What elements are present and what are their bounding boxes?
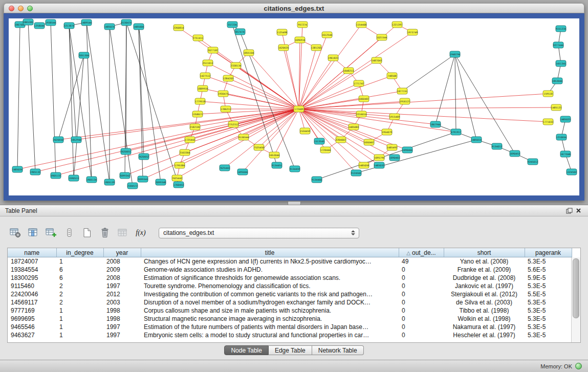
graph-edge[interactable] [58,109,299,140]
table-cell: 1 [56,331,103,339]
function-builder-icon[interactable]: f(x) [134,226,148,239]
column-settings-icon[interactable] [8,226,23,239]
tab-node-table[interactable]: Node Table [224,345,269,355]
vertical-scrollbar[interactable] [571,257,580,342]
column-header-year[interactable]: year [103,248,141,257]
graph-node-label: 9134459 [290,168,300,170]
graph-edge[interactable] [17,25,20,169]
network-window-titlebar[interactable]: citations_edges.txt [4,3,584,13]
graph-node-label: 1648213 [343,70,354,72]
table-row[interactable]: 2242004622012Investigating the contribut… [8,290,572,298]
graph-node-label: 159518 [543,93,553,95]
graph-edge[interactable] [299,109,356,173]
network-table-select[interactable]: citations_edges.txt [159,228,359,238]
graph-edge[interactable] [86,23,110,182]
graph-edge[interactable] [299,109,379,158]
graph-edge[interactable] [299,94,548,109]
table-row[interactable]: 1872400712008Changes of HCN gene express… [8,257,572,266]
table-cell: 2 [56,298,103,307]
table-row[interactable]: 969969511998Structural magnetic resonanc… [8,315,572,323]
sort-asc-icon: △ [406,250,410,256]
graph-edge[interactable] [455,54,456,132]
graph-edge[interactable] [86,23,92,180]
graph-edge[interactable] [299,58,333,109]
column-header-label: name [24,249,39,256]
column-header-name[interactable]: name [8,248,56,257]
table-row[interactable]: 1938455462009Genome-wide association stu… [8,266,572,274]
graph-edge[interactable] [299,32,412,109]
table-cell: 2012 [103,290,141,298]
zoom-window-button[interactable] [27,6,33,11]
graph-edge[interactable] [244,109,299,137]
graph-node-label: 1725442 [185,139,195,141]
graph-node-label: 1954079 [382,131,393,134]
column-header-in-degree[interactable]: in_degree [56,248,103,257]
graph-edge[interactable] [455,54,476,140]
graph-node-label: 1154408 [356,24,367,26]
table-cell: 5.3E-5 [525,307,572,315]
graph-edge[interactable] [28,22,35,172]
tab-edge-table[interactable]: Edge Table [269,345,312,355]
graph-edge[interactable] [110,27,133,186]
float-panel-icon[interactable] [564,207,574,215]
graph-node-label: 1284203 [223,77,234,80]
graph-node-label: 1485004 [134,26,144,28]
graph-edge[interactable] [299,109,456,132]
table-row[interactable]: 1830029562008Estimation of significance … [8,274,572,282]
table-panel: Table Panel [0,205,588,372]
network-canvas[interactable]: 1724091855104233813412842031930475178621… [9,18,579,195]
import-table-icon[interactable] [116,226,130,239]
column-header-label: short [477,249,491,256]
graph-edge[interactable] [69,26,92,180]
graph-edge[interactable] [126,23,179,185]
graph-edge[interactable] [402,54,455,91]
table-cell: 5.6E-5 [525,266,572,274]
graph-edge[interactable] [299,107,556,109]
graph-edge[interactable] [299,109,548,122]
table-cell: Changes of HCN gene expression and I(f) … [141,257,399,266]
scrollbar-thumb[interactable] [573,258,579,318]
graph-node-label: 9136544 [238,136,249,139]
graph-edge[interactable] [126,109,299,151]
table-cell: 5.3E-5 [525,331,572,339]
graph-edge[interactable] [51,23,56,176]
table-row[interactable]: 946554611997Estimation of the future num… [8,323,572,331]
graph-node-label: 1489544 [81,21,92,24]
column-header-out-de-[interactable]: △out_de... [399,248,444,257]
graph-edge[interactable] [126,23,126,151]
graph-edge[interactable] [299,91,402,109]
graph-edge[interactable] [455,54,515,154]
edit-table-icon[interactable] [44,226,58,239]
graph-edge[interactable] [208,63,299,109]
table-cell: 14569117 [8,298,56,307]
select-columns-icon[interactable] [26,226,40,239]
column-header-short[interactable]: short [444,248,525,257]
table-cell: Disruption of a novel member of a sodium… [141,298,399,307]
graph-edge[interactable] [435,54,455,124]
close-window-button[interactable] [9,6,14,11]
table-cell: Nakamura et al. (1997) [444,323,525,331]
column-header-pagerank[interactable]: pagerank [525,248,572,257]
minimize-window-button[interactable] [18,6,24,11]
graph-edge[interactable] [243,109,299,172]
table-cell: Embryonic stem cells: a model to study s… [141,331,399,339]
graph-node-label: 1889918 [198,87,208,90]
table-row[interactable]: 1456911722003Disruption of a novel membe… [8,298,572,307]
new-table-icon[interactable] [80,226,94,239]
rows-icon[interactable] [62,226,76,239]
graph-node-label: 9134012 [492,145,503,148]
table-row[interactable]: 946362711997Embryonic stem cells: a mode… [8,331,572,339]
table-cell: 0 [399,298,444,307]
table-row[interactable]: 911546021997Tourette syndrome. Phenomeno… [8,282,572,290]
selected-table-name: citations_edges.txt [163,229,350,236]
graph-edge[interactable] [282,32,299,109]
graph-edge[interactable] [69,26,76,140]
graph-node-label: 2620650 [53,139,64,141]
graph-edge[interactable] [58,55,84,140]
close-panel-icon[interactable] [574,207,583,215]
table-cell: 0 [399,323,444,331]
column-header-title[interactable]: title [141,248,399,257]
tab-network-table[interactable]: Network Table [312,345,364,355]
table-row[interactable]: 977716911998Corpus callosum shape and si… [8,307,572,315]
delete-table-icon[interactable] [98,226,112,239]
